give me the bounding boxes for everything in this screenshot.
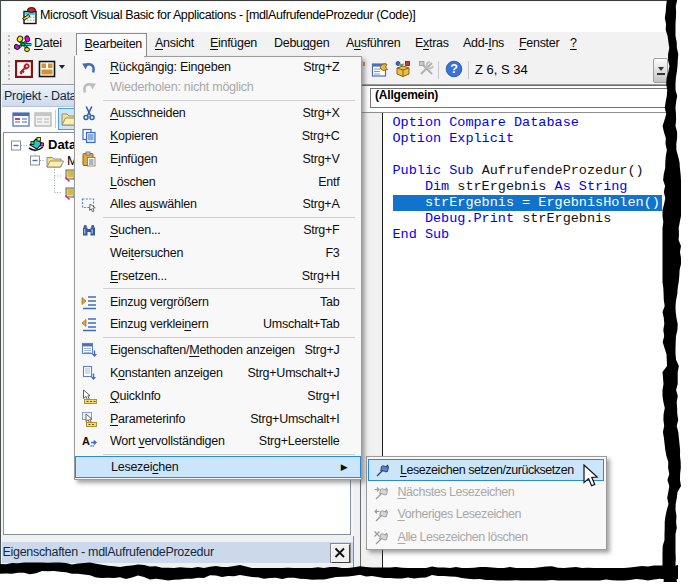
svg-text:A: A (82, 435, 90, 447)
